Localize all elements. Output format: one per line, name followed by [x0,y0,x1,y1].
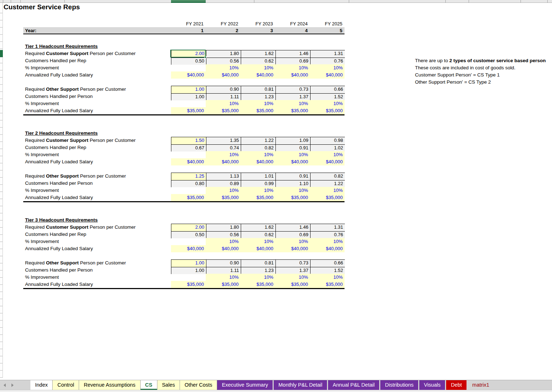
cell-cs-handled[interactable]: 0.62 [241,58,275,65]
sheet-tab-control[interactable]: Control [53,380,79,390]
cell-other-required[interactable]: 0.66 [310,260,345,267]
cell-other-improvement[interactable]: 10% [206,100,240,107]
cell-other-handled[interactable]: 0.99 [241,180,275,187]
cell-cs-salary[interactable]: $40,000 [206,158,240,165]
cell-cs-improvement[interactable]: 10% [275,238,310,245]
cell-other-required[interactable]: 0.73 [275,86,310,93]
cell-cs-required[interactable]: 1.62 [241,50,275,58]
cell-other-required[interactable]: 1.00 [171,260,206,267]
cell-cs-salary[interactable]: $40,000 [206,245,240,252]
cell-cs-required[interactable]: 1.50 [171,137,206,144]
sheet-tab-executive-summary[interactable]: Executive Summary [217,380,273,390]
cell-other-handled[interactable]: 1.00 [171,93,206,100]
fill-handle[interactable] [204,56,206,58]
cell-other-handled[interactable]: 1.23 [241,267,275,274]
cell-other-salary[interactable]: $35,000 [240,194,275,201]
cell-other-handled[interactable]: 1.37 [275,267,310,274]
cell-other-salary[interactable]: $35,000 [275,194,310,201]
cell-other-salary[interactable]: $35,000 [310,107,345,114]
cell-cs-salary[interactable]: $40,000 [240,71,275,79]
cell-other-required[interactable]: 0.90 [206,86,241,93]
cell-cs-required[interactable]: 1.22 [241,137,275,144]
cell-other-handled[interactable]: 1.22 [310,180,345,187]
cell-cs-salary[interactable]: $40,000 [171,158,206,165]
cell-cs-salary[interactable]: $40,000 [206,71,240,79]
cell-cs-required[interactable]: 1.31 [310,50,345,58]
cell-other-improvement[interactable]: 10% [275,100,310,107]
cell-cs-improvement[interactable]: 10% [240,64,275,71]
cell-other-handled[interactable]: 1.52 [310,267,345,274]
cell-cs-handled[interactable]: 1.02 [310,144,345,152]
cell-cs-salary[interactable]: $40,000 [310,158,345,165]
sheet-tab-monthly-p-l-detail[interactable]: Monthly P&L Detail [274,380,327,390]
cell-other-salary[interactable]: $35,000 [206,107,240,114]
cell-cs-required[interactable]: 1.46 [275,224,310,231]
cell-other-handled[interactable]: 1.11 [206,267,241,274]
cell-cs-handled[interactable]: 0.50 [171,231,206,238]
scroll-tabs-right-icon[interactable] [11,383,14,387]
cell-cs-required[interactable]: 1.09 [275,137,310,144]
cell-other-improvement[interactable]: 10% [310,187,345,194]
cell-cs-improvement[interactable]: 10% [206,151,240,158]
sheet-tab-matrix1[interactable]: matrix1 [468,380,494,390]
cell-cs-improvement[interactable]: 10% [310,151,345,158]
cell-other-required[interactable]: 1.25 [171,173,206,180]
cell-cs-handled[interactable]: 0.56 [206,58,241,65]
cell-other-salary[interactable]: $35,000 [275,281,310,288]
cell-other-salary[interactable]: $35,000 [171,107,206,114]
cell-cs-salary[interactable]: $40,000 [240,245,275,252]
cell-other-required[interactable]: 0.66 [310,86,345,93]
cell-cs-salary[interactable]: $40,000 [275,158,310,165]
cell-other-required[interactable]: 0.91 [275,173,310,180]
cell-cs-required[interactable]: 1.80 [206,224,241,231]
cell-cs-improvement[interactable]: 10% [206,64,240,71]
cell-other-handled[interactable]: 1.23 [241,93,275,100]
cell-cs-required[interactable]: 2.00 [171,224,206,231]
sheet-tab-sales[interactable]: Sales [157,380,180,390]
cell-cs-handled[interactable]: 0.82 [241,144,275,152]
cell-other-handled[interactable]: 0.89 [206,180,241,187]
sheet-tab-index[interactable]: Index [30,380,53,390]
cell-cs-handled[interactable]: 0.50 [171,58,206,65]
cell-cs-improvement[interactable]: 10% [240,151,275,158]
cell-cs-salary[interactable]: $40,000 [275,71,310,79]
cell-cs-salary[interactable]: $40,000 [240,158,275,165]
cell-other-improvement[interactable]: 10% [310,100,345,107]
cell-cs-required[interactable]: 1.62 [241,224,275,231]
cell-cs-handled[interactable]: 0.91 [275,144,310,152]
cell-other-improvement[interactable]: 10% [275,187,310,194]
cell-cs-handled[interactable]: 0.76 [310,231,345,238]
cell-other-improvement[interactable]: 10% [310,274,345,281]
cell-other-improvement[interactable]: 10% [206,274,240,281]
cell-cs-salary[interactable]: $40,000 [310,245,345,252]
cell-other-handled[interactable]: 1.10 [275,180,310,187]
cell-cs-salary[interactable]: $40,000 [171,245,206,252]
cell-other-required[interactable]: 1.13 [206,173,241,180]
cell-other-salary[interactable]: $35,000 [240,107,275,114]
sheet-tab-revenue-assumptions[interactable]: Revenue Assumptions [79,380,140,390]
cell-other-handled[interactable]: 1.11 [206,93,241,100]
cell-other-improvement[interactable]: 10% [240,274,275,281]
cell-other-salary[interactable]: $35,000 [171,281,206,288]
cell-cs-improvement[interactable]: 10% [310,238,345,245]
cell-other-required[interactable]: 0.82 [310,173,345,180]
cell-cs-handled[interactable]: 0.69 [275,231,310,238]
cell-cs-handled[interactable]: 0.62 [241,231,275,238]
sheet-tab-cs[interactable]: CS [141,380,157,390]
cell-other-improvement[interactable]: 10% [240,187,275,194]
cell-other-required[interactable]: 0.81 [241,260,275,267]
cell-other-required[interactable]: 0.90 [206,260,241,267]
cell-cs-improvement[interactable]: 10% [275,64,310,71]
cell-cs-improvement[interactable]: 10% [206,238,240,245]
cell-cs-handled[interactable]: 0.69 [275,58,310,65]
sheet-tab-other-costs[interactable]: Other Costs [180,380,217,390]
cell-other-required[interactable]: 0.81 [241,86,275,93]
sheet-tab-distributions[interactable]: Distributions [380,380,418,390]
cell-cs-handled[interactable]: 0.76 [310,58,345,65]
cell-cs-salary[interactable]: $40,000 [310,71,345,79]
cell-other-salary[interactable]: $35,000 [310,194,345,201]
cell-other-salary[interactable]: $35,000 [275,107,310,114]
sheet-tab-debt[interactable]: Debt [446,380,466,390]
cell-cs-salary[interactable]: $40,000 [275,245,310,252]
cell-other-handled[interactable]: 0.80 [171,180,206,187]
